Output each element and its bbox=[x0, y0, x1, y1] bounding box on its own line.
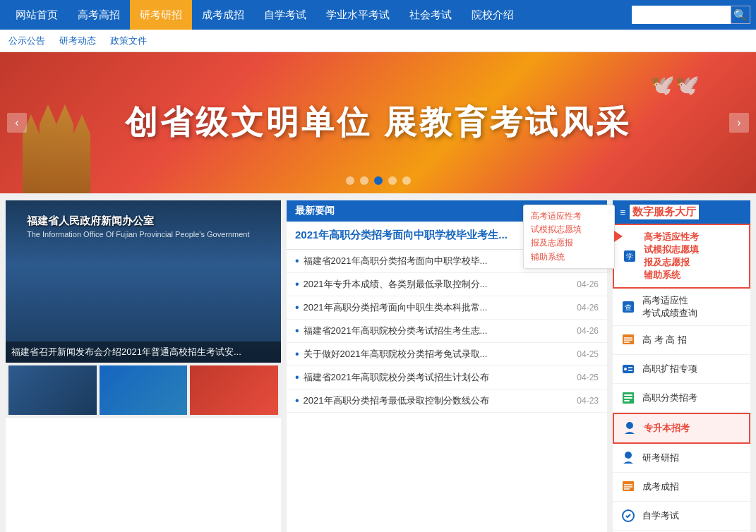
svg-point-9 bbox=[624, 368, 627, 370]
search-input[interactable] bbox=[632, 6, 731, 24]
news-main-caption: 福建省召开新闻发布会介绍2021年普通高校招生考试安... bbox=[6, 341, 281, 363]
news-thumb-3[interactable] bbox=[190, 365, 278, 415]
chengkao-chengzha-icon bbox=[620, 478, 637, 495]
news-panel: 福建省人民政府新闻办公室 The Information Office Of F… bbox=[6, 200, 281, 532]
main-content: 福建省人民政府新闻办公室 The Information Office Of F… bbox=[0, 193, 756, 532]
news-item-date: 04-26 bbox=[577, 279, 599, 289]
news-item-date: 04-26 bbox=[577, 326, 599, 336]
service-item-8[interactable]: 自学考试 bbox=[613, 502, 750, 531]
subnav-item-0[interactable]: 公示公告 bbox=[8, 35, 45, 47]
gaokao-chengji-icon: 查 bbox=[620, 298, 637, 315]
search-area: 🔍 bbox=[632, 6, 750, 24]
service-item-label-2: 高 考 高 招 bbox=[642, 334, 743, 346]
news-items-list: • 福建省2021年高职分类招考面向中职学校毕... 04-29 • 2021年… bbox=[287, 250, 607, 413]
news-item-date: 04-23 bbox=[577, 396, 599, 406]
news-item-text: 2021年高职分类招考最低录取控制分数线公布 bbox=[304, 394, 572, 407]
svg-rect-13 bbox=[624, 394, 632, 396]
svg-point-17 bbox=[625, 452, 632, 459]
zhuanshengben-icon bbox=[621, 420, 638, 437]
banner-next-button[interactable]: › bbox=[729, 113, 749, 133]
zixue-kaoshi-icon bbox=[620, 507, 637, 524]
banner-dot-5[interactable] bbox=[402, 176, 411, 185]
service-item-label-8: 自学考试 bbox=[642, 509, 743, 522]
gaozhi-fenlei-icon bbox=[620, 389, 637, 406]
subnav-item-1[interactable]: 研考动态 bbox=[59, 35, 96, 47]
service-item-label-1: 高考适应性考试成绩查询 bbox=[642, 294, 743, 320]
nav-item-yuanxiao[interactable]: 院校介绍 bbox=[462, 0, 524, 30]
service-panel-header: ≡ 数字服务大厅 bbox=[613, 200, 750, 224]
gaokao-gaozha-icon bbox=[620, 332, 637, 349]
service-item-label-7: 成考成招 bbox=[642, 480, 743, 493]
news-item-date: 04-26 bbox=[577, 303, 599, 313]
news-main-image[interactable]: 福建省人民政府新闻办公室 The Information Office Of F… bbox=[6, 200, 281, 363]
banner-bird-decoration: 🕊️🕊️ bbox=[650, 73, 700, 97]
main-banner: 🕊️🕊️ 创省级文明单位 展教育考试风采 ‹ › bbox=[0, 52, 756, 193]
svg-rect-14 bbox=[624, 397, 632, 399]
subnav-item-2[interactable]: 政策文件 bbox=[110, 35, 147, 47]
banner-dots bbox=[346, 176, 411, 185]
nav-item-yankaoyanzha[interactable]: 研考研招 bbox=[130, 0, 192, 30]
svg-rect-15 bbox=[624, 400, 630, 401]
svg-text:查: 查 bbox=[625, 303, 632, 311]
news-item-text: 福建省2021年高职院校分类考试招生考生志... bbox=[304, 325, 572, 337]
service-item-label-5: 专升本招考 bbox=[644, 422, 742, 435]
service-item-2[interactable]: 高 考 高 招 bbox=[613, 326, 750, 355]
service-item-5[interactable]: 专升本招考 bbox=[613, 413, 750, 444]
news-thumb-2[interactable] bbox=[100, 365, 188, 415]
banner-prev-button[interactable]: ‹ bbox=[7, 113, 27, 133]
svg-point-16 bbox=[626, 422, 633, 429]
bullet-icon: • bbox=[295, 278, 299, 291]
service-item-1[interactable]: 查 高考适应性考试成绩查询 bbox=[613, 289, 750, 326]
svg-rect-4 bbox=[623, 334, 634, 344]
news-item-date: 04-25 bbox=[577, 349, 599, 359]
nav-item-chengkao[interactable]: 成考成招 bbox=[192, 0, 254, 30]
list-item[interactable]: • 2021年高职分类招考最低录取控制分数线公布 04-23 bbox=[287, 389, 607, 413]
search-button[interactable]: 🔍 bbox=[731, 6, 750, 24]
banner-text: 创省级文明单位 展教育考试风采 bbox=[125, 101, 631, 145]
svg-rect-18 bbox=[623, 481, 634, 491]
service-item-7[interactable]: 成考成招 bbox=[613, 473, 750, 502]
gaokao-gaoshi-icon: 学 bbox=[621, 248, 638, 265]
news-item-text: 福建省2021年高职院校分类考试招生计划公布 bbox=[304, 371, 572, 384]
news-item-text: 2021年专升本成绩、各类别最低录取控制分... bbox=[304, 278, 572, 291]
nav-item-xueye[interactable]: 学业水平考试 bbox=[316, 0, 400, 30]
banner-dot-3[interactable] bbox=[374, 176, 383, 185]
service-item-label-4: 高职分类招考 bbox=[642, 392, 743, 404]
service-title: 数字服务大厅 bbox=[630, 205, 699, 219]
list-item[interactable]: • 2021年高职分类招考面向中职生类本科批常... 04-26 bbox=[287, 296, 607, 320]
tooltip-box: 高考适应性考试模拟志愿填报及志愿报辅助系统 bbox=[523, 205, 615, 269]
service-item-label-6: 研考研招 bbox=[642, 452, 743, 464]
bullet-icon: • bbox=[295, 255, 299, 267]
yankao-yanzha-icon bbox=[620, 449, 637, 466]
search-icon: 🔍 bbox=[733, 8, 748, 22]
svg-text:学: 学 bbox=[626, 253, 633, 260]
sub-navigation: 公示公告 研考动态 政策文件 bbox=[0, 30, 756, 52]
banner-dot-4[interactable] bbox=[388, 176, 397, 185]
service-item-3[interactable]: 高职扩招专项 bbox=[613, 355, 750, 384]
news-item-text: 2021年高职分类招考面向中职生类本科批常... bbox=[304, 301, 572, 314]
chevron-right-icon: › bbox=[737, 116, 740, 129]
banner-dot-2[interactable] bbox=[360, 176, 368, 185]
service-menu-icon: ≡ bbox=[620, 207, 625, 218]
nav-item-zixue[interactable]: 自学考试 bbox=[254, 0, 316, 30]
news-room-label: 福建省人民政府新闻办公室 bbox=[27, 214, 154, 228]
tooltip-text: 高考适应性考试模拟志愿填报及志愿报辅助系统 bbox=[531, 211, 582, 262]
news-thumb-1[interactable] bbox=[8, 365, 97, 415]
service-item-4[interactable]: 高职分类招考 bbox=[613, 384, 750, 413]
nav-item-home[interactable]: 网站首页 bbox=[6, 0, 68, 30]
nav-item-shehui[interactable]: 社会考试 bbox=[400, 0, 462, 30]
list-item[interactable]: • 2021年专升本成绩、各类别最低录取控制分... 04-26 bbox=[287, 273, 607, 296]
banner-dot-1[interactable] bbox=[346, 176, 354, 185]
service-item-0[interactable]: 学 高考适应性考试模拟志愿填报及志愿报辅助系统 bbox=[613, 224, 750, 289]
list-item[interactable]: • 关于做好2021年高职院校分类招考免试录取... 04-25 bbox=[287, 343, 607, 366]
list-item[interactable]: • 福建省2021年高职院校分类考试招生计划公布 04-25 bbox=[287, 366, 607, 389]
bullet-icon: • bbox=[295, 371, 299, 384]
list-item[interactable]: • 福建省2021年高职院校分类考试招生考生志... 04-26 bbox=[287, 320, 607, 343]
bullet-icon: • bbox=[295, 325, 299, 337]
bullet-icon: • bbox=[295, 348, 299, 361]
service-item-6[interactable]: 研考研招 bbox=[613, 444, 750, 473]
nav-item-gaokao[interactable]: 高考高招 bbox=[68, 0, 130, 30]
bullet-icon: • bbox=[295, 301, 299, 314]
gaozhi-kuozhao-icon bbox=[620, 361, 637, 377]
service-panel: ≡ 数字服务大厅 学 高考适应性考试模拟志愿填报及志愿报辅助系统 查 高考适应性… bbox=[613, 200, 750, 532]
